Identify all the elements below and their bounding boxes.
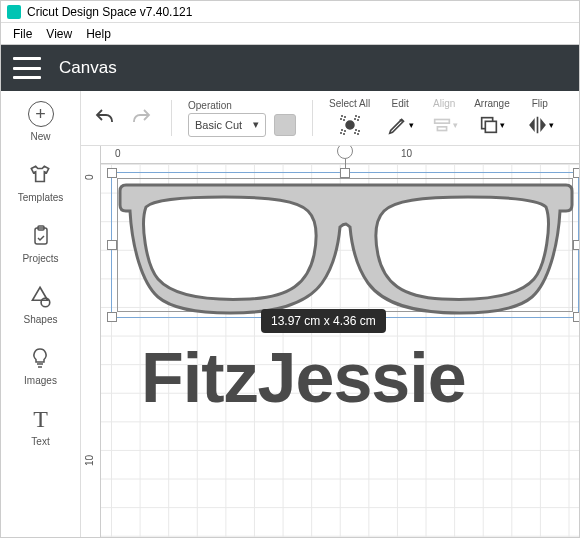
dimension-badge: 13.97 cm x 4.36 cm [261, 309, 386, 333]
glasses-object[interactable] [116, 177, 576, 315]
text-icon: T [28, 406, 54, 432]
svg-rect-11 [486, 121, 497, 132]
operation-group: Operation Basic Cut ▾ [188, 100, 296, 137]
select-all-group[interactable]: Select All [329, 98, 370, 139]
svg-rect-6 [355, 130, 359, 134]
redo-button[interactable] [127, 104, 155, 132]
edit-label: Edit [392, 98, 409, 109]
clipboard-icon [28, 223, 54, 249]
svg-rect-8 [434, 119, 449, 123]
left-sidebar: + New Templates Projects Shapes Images [1, 91, 81, 537]
menu-bar: File View Help [1, 23, 579, 45]
resize-handle[interactable] [573, 240, 579, 250]
align-icon: ▾ [430, 111, 458, 139]
flip-label: Flip [532, 98, 548, 109]
sidebar-item-text[interactable]: T Text [28, 406, 54, 447]
resize-handle[interactable] [340, 168, 350, 178]
flip-group[interactable]: Flip ▾ [526, 98, 554, 139]
svg-rect-3 [341, 116, 345, 120]
plus-circle-icon: + [28, 101, 54, 127]
svg-point-2 [42, 298, 51, 307]
tshirt-icon [27, 162, 53, 188]
flip-icon: ▾ [526, 111, 554, 139]
arrange-icon: ▾ [478, 111, 506, 139]
app-logo-icon [7, 5, 21, 19]
svg-rect-5 [341, 130, 345, 134]
align-label: Align [433, 98, 455, 109]
canvas-text-object[interactable]: FitzJessie [141, 338, 466, 418]
resize-handle[interactable] [107, 240, 117, 250]
sidebar-item-projects[interactable]: Projects [22, 223, 58, 264]
resize-handle[interactable] [573, 312, 579, 322]
toolbar: Operation Basic Cut ▾ Select All Edit [81, 91, 579, 146]
top-bar: Canvas [1, 45, 579, 91]
ruler-tick: 10 [84, 455, 95, 466]
ruler-tick: 0 [84, 174, 95, 180]
chevron-down-icon: ▾ [253, 118, 259, 131]
sidebar-item-label: Projects [22, 253, 58, 264]
canvas-wrap: 0 10 0 10 [81, 146, 579, 537]
sidebar-item-label: Text [31, 436, 49, 447]
selection-box[interactable] [111, 172, 579, 318]
svg-rect-4 [355, 116, 359, 120]
align-group: Align ▾ [430, 98, 458, 139]
color-swatch[interactable] [274, 114, 296, 136]
lightbulb-icon [27, 345, 53, 371]
canvas-area[interactable]: 0 10 [101, 146, 579, 537]
select-all-label: Select All [329, 98, 370, 109]
resize-handle[interactable] [573, 168, 579, 178]
select-all-icon [336, 111, 364, 139]
arrange-label: Arrange [474, 98, 510, 109]
ruler-tick: 10 [401, 148, 412, 159]
divider [171, 100, 172, 136]
resize-handle[interactable] [107, 312, 117, 322]
sidebar-item-new[interactable]: + New [28, 101, 54, 142]
svg-rect-9 [437, 126, 446, 130]
undo-button[interactable] [91, 104, 119, 132]
operation-dropdown[interactable]: Basic Cut ▾ [188, 113, 266, 137]
operation-label: Operation [188, 100, 232, 111]
arrange-group[interactable]: Arrange ▾ [474, 98, 510, 139]
menu-view[interactable]: View [46, 27, 72, 41]
operation-value: Basic Cut [195, 119, 242, 131]
page-title: Canvas [59, 58, 117, 78]
svg-point-7 [346, 121, 354, 129]
sidebar-item-label: Templates [18, 192, 64, 203]
sidebar-item-label: New [30, 131, 50, 142]
vertical-ruler: 0 10 [81, 146, 101, 537]
ruler-tick: 0 [115, 148, 121, 159]
sidebar-item-label: Shapes [24, 314, 58, 325]
menu-help[interactable]: Help [86, 27, 111, 41]
menu-file[interactable]: File [13, 27, 32, 41]
sidebar-item-templates[interactable]: Templates [18, 162, 64, 203]
hamburger-menu-icon[interactable] [13, 57, 41, 79]
edit-group[interactable]: Edit ▾ [386, 98, 414, 139]
sidebar-item-images[interactable]: Images [24, 345, 57, 386]
divider [312, 100, 313, 136]
resize-handle[interactable] [107, 168, 117, 178]
sidebar-item-shapes[interactable]: Shapes [24, 284, 58, 325]
shapes-icon [27, 284, 53, 310]
sidebar-item-label: Images [24, 375, 57, 386]
window-title: Cricut Design Space v7.40.121 [27, 5, 192, 19]
title-bar: Cricut Design Space v7.40.121 [1, 1, 579, 23]
pencil-icon: ▾ [386, 111, 414, 139]
